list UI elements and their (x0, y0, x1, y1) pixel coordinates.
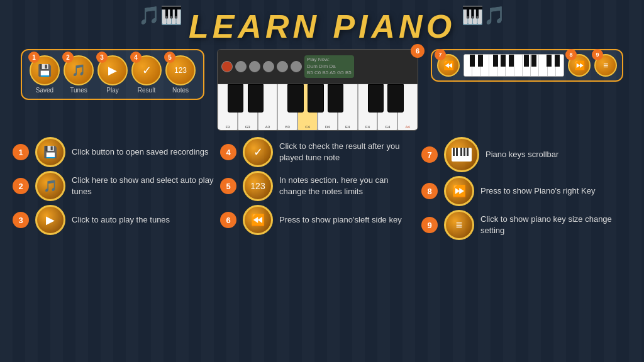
white-key-a3[interactable]: A3 (258, 84, 278, 131)
badge-4: 4 (130, 52, 142, 63)
notes-btn-large[interactable]: 123 (243, 171, 273, 201)
toolbar-btn-result[interactable]: 4 ✓ (131, 55, 162, 85)
badge-9-right: 9 (421, 217, 438, 233)
piano-scroll-bar (464, 54, 564, 77)
badge-8: 8 (565, 49, 577, 60)
info-item-4: 4 ✓ Click to check the result after you … (220, 137, 415, 167)
badge-9-wrap: 9 ≡ (594, 54, 617, 77)
white-key-a4[interactable]: A4 (397, 84, 418, 131)
badge-3: 3 (96, 52, 108, 63)
toolbar-btn-notes[interactable]: 5 123 (165, 55, 196, 85)
white-key-f4[interactable]: F4 (358, 84, 378, 131)
result-label: Result (138, 87, 155, 94)
saved-btn-large[interactable]: 💾 (35, 137, 65, 167)
toolbar-btn-play[interactable]: 3 ▶ (97, 55, 128, 85)
info-text-4: Click to check the result after you play… (279, 141, 415, 163)
play-label: Play (106, 87, 118, 94)
top-section: 1 💾 Saved 2 🎵 Tunes 3 ▶ Play (0, 49, 644, 131)
badge-6-mid: 6 (220, 212, 236, 228)
piano-mockup-container: Play Now:Dum Dim DaB5 C6 B5 A5 G5 B5 F3 … (217, 49, 418, 131)
white-key-g3[interactable]: G3 (238, 84, 258, 131)
saved-large-icon: 💾 (43, 145, 57, 159)
play-now-info: Play Now:Dum Dim DaB5 C6 B5 A5 G5 B5 (304, 55, 354, 77)
info-text-8: Press to show Piano's right Key (480, 185, 595, 197)
badge-5: 5 (164, 52, 175, 63)
saved-label: Saved (36, 87, 53, 94)
toolbar-btn-play-wrap: 3 ▶ Play (97, 55, 128, 94)
info-text-9: Click to show piano key size change sett… (480, 214, 631, 236)
rewind-left-icon: ⏪ (443, 60, 454, 70)
tunes-large-icon: 🎵 (43, 179, 57, 193)
forward-btn-large[interactable]: ⏩ (444, 176, 474, 206)
white-key-b3[interactable]: B3 (277, 84, 297, 131)
info-text-5: In notes section. here you can change th… (279, 175, 415, 197)
badge-5-mid: 5 (220, 178, 236, 194)
svg-rect-3 (460, 148, 462, 156)
white-key-g4[interactable]: G4 (377, 84, 397, 131)
white-key-c4[interactable]: C4 (297, 84, 318, 131)
play-large-icon: ▶ (46, 213, 55, 227)
info-item-6: 6 ⏪ Press to show piano'sleft side key (220, 205, 415, 235)
music-note-right-icon: 🎹🎵 (462, 5, 506, 26)
right-column: 7 Piano keys scrollbar 8 ⏩ Press to show… (421, 137, 631, 240)
info-text-6: Press to show piano'sleft side key (279, 214, 402, 226)
badge-7: 7 (435, 49, 446, 60)
tunes-icon: 🎵 (72, 63, 86, 77)
rewind-btn-large[interactable]: ⏪ (243, 205, 273, 235)
white-key-f3[interactable]: F3 (218, 84, 238, 131)
piano-scroll-large-icon (452, 148, 472, 162)
badge-6-piano: 6 (411, 44, 425, 58)
menu-btn-large[interactable]: ≡ (444, 210, 474, 240)
info-item-3: 3 ▶ Click to auto play the tunes (13, 205, 214, 235)
play-btn-large[interactable]: ▶ (35, 205, 65, 235)
piano-keys-area: F3 G3 A3 B3 C4 D4 E4 F4 G4 A4 (218, 84, 418, 131)
toolbar-btn-tunes[interactable]: 2 🎵 (64, 55, 94, 85)
info-item-7: 7 Piano keys scrollbar (421, 137, 631, 172)
toolbar-btn-saved-wrap: 1 💾 Saved (30, 55, 60, 94)
info-text-7: Piano keys scrollbar (486, 149, 558, 160)
middle-column: 4 ✓ Click to check the result after you … (220, 137, 415, 240)
badge-7-right: 7 (421, 146, 438, 163)
info-item-5: 5 123 In notes section. here you can cha… (220, 171, 415, 201)
toolbar-btn-notes-wrap: 5 123 Notes (165, 55, 196, 94)
badge-3-left: 3 (13, 212, 29, 228)
toolbar-btn-saved[interactable]: 1 💾 (30, 55, 60, 85)
info-text-1: Click button to open saved recordings (72, 146, 209, 158)
music-note-left-icon: 🎵🎹 (138, 5, 182, 26)
result-icon: ✓ (142, 63, 152, 77)
tunes-label: Tunes (70, 87, 87, 94)
piano-top-bar: Play Now:Dum Dim DaB5 C6 B5 A5 G5 B5 (218, 50, 418, 84)
info-text-3: Click to auto play the tunes (72, 214, 170, 226)
badge-1-left: 1 (13, 144, 29, 160)
menu-large-icon: ≡ (456, 219, 463, 232)
svg-rect-5 (467, 148, 469, 156)
forward-large-icon: ⏩ (452, 184, 466, 198)
title-area: 🎵🎹 LEARN PIANO 🎹🎵 (0, 0, 644, 49)
menu-icon: ≡ (603, 60, 608, 70)
white-key-e4[interactable]: E4 (338, 84, 358, 131)
play-icon: ▶ (108, 63, 117, 77)
info-text-2: Click here to show and select auto play … (72, 175, 214, 197)
toolbar-btn-tunes-wrap: 2 🎵 Tunes (64, 55, 94, 94)
saved-icon: 💾 (38, 63, 52, 77)
result-large-icon: ✓ (253, 145, 263, 159)
toolbar-btn-result-wrap: 4 ✓ Result (131, 55, 162, 94)
info-item-2: 2 🎵 Click here to show and select auto p… (13, 171, 214, 201)
badge-1: 1 (28, 52, 40, 63)
badge-2: 2 (62, 52, 74, 63)
right-piano-box: 7 ⏪ (431, 49, 623, 82)
tunes-btn-large[interactable]: 🎵 (35, 171, 65, 201)
result-btn-large[interactable]: ✓ (243, 137, 273, 167)
white-key-d4[interactable]: D4 (318, 84, 338, 131)
page-title: LEARN PIANO (0, 8, 644, 45)
forward-right-icon: ⏩ (574, 60, 585, 70)
notes-large-icon: 123 (250, 181, 265, 191)
badge-9: 9 (592, 49, 603, 60)
svg-rect-2 (456, 148, 458, 156)
badge-8-right: 8 (421, 183, 438, 199)
piano-mockup: Play Now:Dum Dim DaB5 C6 B5 A5 G5 B5 F3 … (217, 49, 418, 131)
badge-4-mid: 4 (220, 144, 236, 160)
badge-2-left: 2 (13, 178, 29, 194)
svg-rect-1 (453, 148, 455, 156)
piano-scroll-btn-large[interactable] (444, 137, 479, 172)
